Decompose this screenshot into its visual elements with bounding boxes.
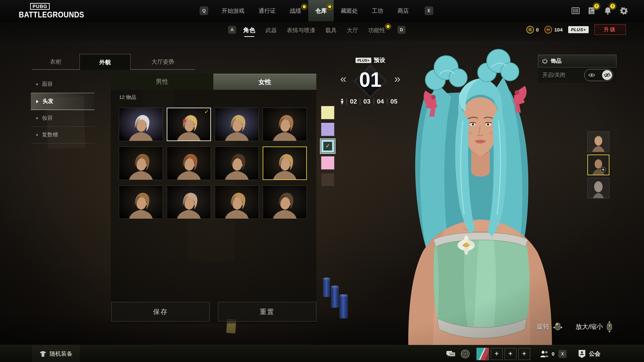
main-nav-item[interactable]: 藏匿处 xyxy=(334,0,365,21)
logo-pubg-text: PUBG xyxy=(30,3,50,10)
main-nav-item[interactable]: 仓库 xyxy=(308,0,334,21)
hairstyle-item[interactable] xyxy=(167,146,211,180)
main-nav-item[interactable]: 战绩 xyxy=(283,0,308,21)
hairstyle-thumbnail xyxy=(215,147,259,180)
preset-number[interactable]: 05 xyxy=(387,98,400,105)
category-nav-item[interactable]: 表情与喷漆 xyxy=(287,26,315,34)
top-bar: PUBG BATTLEGROUNDS Q 开始游戏 通行证 战绩 xyxy=(0,0,644,22)
category-nav-item[interactable]: 载具 xyxy=(325,26,337,34)
main-nav-label: 工坊 xyxy=(372,7,383,15)
hairstyle-item[interactable] xyxy=(215,185,259,219)
bell-icon[interactable]: ! xyxy=(603,6,612,15)
head-view-thumbnail[interactable] xyxy=(587,178,609,198)
main-nav-item[interactable]: 通行证 xyxy=(252,0,283,21)
gender-figure-icon xyxy=(340,99,344,105)
locker-icon[interactable] xyxy=(571,6,580,15)
main-nav-item[interactable]: 开始游戏 xyxy=(215,0,252,21)
team-slot-add[interactable]: + xyxy=(504,348,517,360)
appearance-category-item[interactable]: 头发 xyxy=(31,93,95,110)
team-slot-add[interactable]: + xyxy=(518,348,530,360)
hairstyle-item[interactable] xyxy=(119,108,163,141)
tab-female[interactable]: 女性 xyxy=(213,74,316,90)
top-right-icons: ! ! xyxy=(571,0,629,21)
color-swatch[interactable] xyxy=(321,156,334,170)
hair-color-swatches xyxy=(321,106,334,186)
logo-battlegrounds-text: BATTLEGROUNDS xyxy=(19,11,84,19)
hairstyle-item[interactable] xyxy=(263,146,307,180)
main-nav: 开始游戏 通行证 战绩 仓库 藏 xyxy=(215,0,416,21)
radar-icon[interactable] xyxy=(460,349,470,359)
g-coin-balance: G 0 xyxy=(526,26,539,34)
tab-closet[interactable]: 衣柜 xyxy=(32,54,79,70)
team-slot-add[interactable]: + xyxy=(491,348,503,360)
preset-current: « 01 » xyxy=(339,65,401,98)
preset-number[interactable]: 03 xyxy=(360,98,373,105)
bottom-bar: 随机装备 + + + 0 X 公会 xyxy=(0,345,644,362)
accessory-title: 饰品 xyxy=(551,58,561,65)
preset-number[interactable]: 04 xyxy=(374,98,387,105)
pubg-logo: PUBG BATTLEGROUNDS xyxy=(19,3,84,18)
pubg-customization-screen: PUBG BATTLEGROUNDS Q 开始游戏 通行证 战绩 xyxy=(0,0,644,362)
hairstyle-item[interactable] xyxy=(167,108,211,141)
alert-badge: ! xyxy=(594,4,599,9)
main-nav-label: 仓库 xyxy=(315,7,327,15)
face-view-thumbnail[interactable] xyxy=(587,131,609,152)
category-nav-label: 功能性 xyxy=(368,27,385,34)
appearance-category-item[interactable]: 复数槽 xyxy=(31,127,95,143)
hairstyle-item[interactable] xyxy=(263,108,307,141)
appearance-category-item[interactable]: 面容 xyxy=(31,76,95,93)
hairstyle-thumbnail xyxy=(167,186,211,219)
hairstyle-item[interactable] xyxy=(119,146,163,180)
category-nav-label: 载具 xyxy=(325,27,337,34)
equipped-check-icon xyxy=(204,108,209,115)
preset-title: 预设 xyxy=(374,56,385,64)
color-swatch[interactable] xyxy=(321,106,334,119)
category-nav-item[interactable]: 大厅 xyxy=(347,26,358,34)
main-nav-item[interactable]: 工坊 xyxy=(365,0,390,21)
visibility-toggle[interactable] xyxy=(584,69,613,81)
tab-lobby-pose[interactable]: 大厅姿势 xyxy=(130,54,195,70)
chat-icon[interactable] xyxy=(446,350,455,358)
color-swatch[interactable] xyxy=(321,139,334,153)
color-swatch[interactable] xyxy=(321,123,334,136)
tab-male[interactable]: 男性 xyxy=(111,74,213,90)
category-nav-item[interactable]: 角色 xyxy=(243,26,255,34)
player-avatar[interactable] xyxy=(476,348,489,360)
bottom-right-cluster: + + + 0 X 公会 xyxy=(446,345,600,362)
category-nav-label: 大厅 xyxy=(347,27,358,34)
preset-other-numbers: 02030405 xyxy=(346,98,400,105)
clan-button[interactable]: 公会 xyxy=(578,350,600,358)
face-view-thumbnail-selected[interactable] xyxy=(587,155,609,175)
category-nav-label: 武器 xyxy=(265,27,277,34)
main-nav-label: 藏匿处 xyxy=(341,7,358,15)
category-nav-item[interactable]: 功能性 xyxy=(368,26,385,34)
preset-next-button[interactable]: » xyxy=(394,73,400,84)
hairstyle-item[interactable] xyxy=(119,185,163,219)
hairstyle-item[interactable] xyxy=(215,108,259,141)
upgrade-button[interactable]: 升级 xyxy=(594,24,626,35)
rotate-label: 旋转 xyxy=(537,322,549,331)
tab-appearance[interactable]: 外貌 xyxy=(79,54,130,70)
hairstyle-item[interactable] xyxy=(167,185,211,219)
random-gear-button[interactable]: 随机装备 xyxy=(32,345,80,362)
appearance-category-item[interactable]: 妆容 xyxy=(31,110,95,127)
category-nav-item[interactable]: 武器 xyxy=(265,26,277,34)
hairstyle-thumbnail xyxy=(119,108,163,141)
hairstyle-item[interactable] xyxy=(215,146,259,180)
bp-coin-icon: BP xyxy=(544,26,552,34)
news-icon[interactable]: ! xyxy=(587,6,596,15)
save-button[interactable]: 保存 xyxy=(111,302,210,321)
mouse-wheel-icon xyxy=(605,321,613,333)
hairstyle-item[interactable] xyxy=(263,185,307,219)
color-swatch[interactable] xyxy=(321,173,334,186)
clan-label: 公会 xyxy=(589,350,600,358)
settings-gear-icon[interactable] xyxy=(619,6,629,15)
preset-number[interactable]: 02 xyxy=(346,98,360,105)
hairstyle-thumbnail xyxy=(215,108,259,141)
toggle-label: 开启/关闭 xyxy=(542,72,565,79)
reset-button[interactable]: 重置 xyxy=(218,302,316,321)
appearance-categories: 面容 头发 妆容 复数槽 xyxy=(31,76,95,143)
main-nav-item[interactable]: 商店 xyxy=(390,0,416,21)
hairstyle-thumbnail xyxy=(119,186,163,219)
plus-badge: PLUS+ xyxy=(356,58,372,63)
